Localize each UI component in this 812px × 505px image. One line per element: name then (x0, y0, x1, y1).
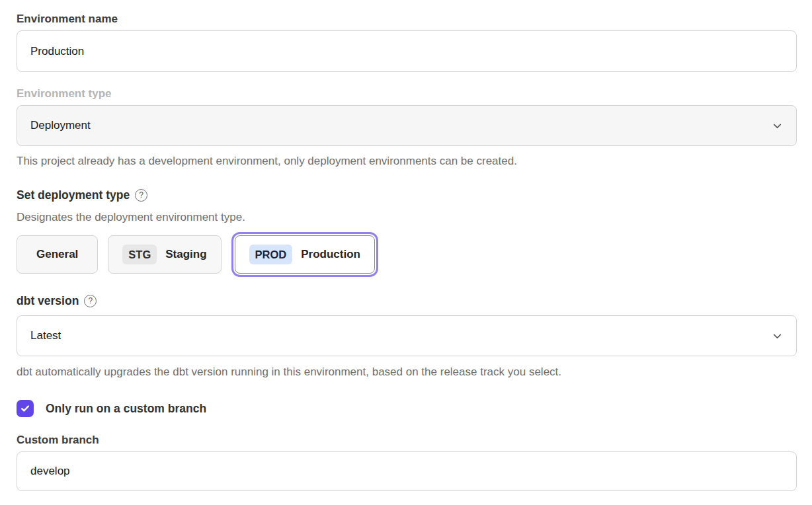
dbt-version-label: dbt version (17, 293, 79, 308)
deployment-type-option-general[interactable]: General (17, 235, 98, 274)
deployment-type-option-production-label: Production (301, 248, 360, 261)
chevron-down-icon (772, 330, 783, 342)
custom-branch-checkbox-label: Only run on a custom branch (46, 402, 206, 416)
deployment-type-option-general-label: General (36, 248, 78, 261)
environment-name-label: Environment name (17, 12, 797, 26)
dbt-version-field: dbt version ? Latest dbt automatically u… (17, 293, 797, 379)
environment-type-value: Deployment (30, 119, 91, 132)
help-icon[interactable]: ? (135, 189, 147, 202)
deployment-type-options: General STG Staging PROD Production (17, 233, 797, 276)
environment-type-field: Environment type Deployment This project… (17, 87, 797, 169)
environment-name-input[interactable] (17, 30, 797, 72)
production-badge: PROD (249, 245, 293, 264)
custom-branch-checkbox-row: Only run on a custom branch (17, 400, 797, 417)
help-icon[interactable]: ? (84, 295, 97, 307)
custom-branch-label: Custom branch (17, 433, 797, 447)
environment-type-select[interactable]: Deployment (17, 105, 797, 146)
deployment-type-heading: Set deployment type (17, 188, 130, 202)
environment-type-label: Environment type (17, 87, 797, 100)
dbt-version-helper: dbt automatically upgrades the dbt versi… (17, 365, 797, 379)
deployment-type-option-staging-label: Staging (165, 248, 206, 261)
checkmark-icon (20, 403, 30, 414)
custom-branch-field: Custom branch (17, 433, 797, 491)
custom-branch-checkbox[interactable] (17, 400, 34, 417)
dbt-version-select[interactable]: Latest (17, 315, 797, 356)
deployment-type-section: Set deployment type ? Designates the dep… (17, 188, 797, 276)
staging-badge: STG (122, 245, 157, 264)
deployment-type-option-staging[interactable]: STG Staging (108, 235, 221, 274)
chevron-down-icon (772, 120, 783, 132)
deployment-type-helper: Designates the deployment environment ty… (17, 210, 797, 225)
environment-type-helper: This project already has a development e… (17, 154, 797, 169)
deployment-type-option-production[interactable]: PROD Production (235, 235, 375, 274)
environment-settings-form: Environment name Environment type Deploy… (17, 12, 797, 491)
custom-branch-input[interactable] (17, 451, 797, 491)
environment-name-field: Environment name (17, 12, 797, 72)
dbt-version-value: Latest (30, 329, 61, 342)
